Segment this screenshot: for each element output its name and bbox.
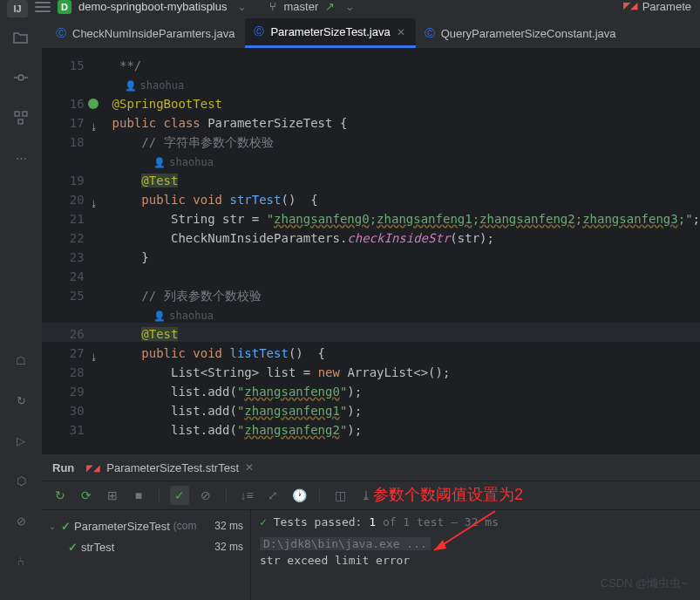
close-icon[interactable]: ✕ [245,461,254,474]
tab-parametersize[interactable]: Ⓒ ParameterSizeTest.java ✕ [245,18,415,48]
output-command: D:\jdk8\bin\java.exe ... [260,537,431,550]
tab-checknum[interactable]: Ⓒ CheckNumInsideParamters.java [47,18,245,48]
run-tool-window: Run ◤◢ ParameterSizeTest.strTest ✕ ↻ ⟳ ⊞… [42,453,700,600]
sort-button[interactable]: ↓≡ [237,486,256,505]
problems-icon[interactable]: ⊘ [13,513,29,528]
config-icon: ◤◢ [623,0,637,11]
chevron-down-icon[interactable]: ⌄ [49,522,58,531]
test-tree[interactable]: ⌄ ✓ ParameterSizeTest (com 32 ms ✓ strTe… [42,510,251,600]
config-icon: ◤◢ [86,463,100,473]
stop-button[interactable]: ■ [129,486,148,505]
svg-point-0 [18,75,24,80]
refresh-icon[interactable]: ↻ [13,392,29,408]
tab-queryparam[interactable]: Ⓒ QueryParameterSizeConstant.java [416,18,627,48]
show-ignored-button[interactable]: ⊘ [196,486,215,505]
expand-all-button[interactable]: ⤢ [263,486,282,505]
debug-icon[interactable]: ⬡ [13,473,29,488]
svg-rect-3 [15,112,19,116]
run-config-tab[interactable]: ◤◢ ParameterSizeTest.strTest ✕ [86,461,254,474]
commit-icon[interactable] [13,70,29,85]
test-root-row[interactable]: ⌄ ✓ ParameterSizeTest (com 32 ms [49,515,243,536]
ide-logo-icon: IJ [7,0,28,17]
test-summary: ✓ Tests passed: 1 of 1 test – 32 ms [260,515,691,528]
project-name[interactable]: demo-springboot-mybatisplus [78,0,228,13]
branch-icon[interactable]: ⑂ [269,0,276,13]
java-class-icon: Ⓒ [56,26,66,41]
editor-tabs: Ⓒ CheckNumInsideParamters.java Ⓒ Paramet… [42,17,700,49]
test-child-row[interactable]: ✓ strTest 32 ms [49,536,243,557]
project-folder-icon[interactable] [13,30,29,45]
pass-tick-icon: ✓ [61,520,71,533]
history-button[interactable]: 🕐 [289,486,309,505]
toggle-autotest-button[interactable]: ⊞ [103,486,122,505]
svg-rect-5 [18,119,23,124]
output-error: str exceed limit error [260,554,691,567]
left-tool-strip: ⋯ ☖ ↻ ▷ ⬡ ⊘ ⑃ [0,17,42,600]
show-passed-button[interactable]: ✓ [170,486,189,505]
run-play-icon[interactable]: ▷ [13,433,29,448]
chevron-down-icon[interactable]: ⌄ [345,0,355,13]
code-lines[interactable]: **/👤shaohua@SpringBootTestpublic class P… [100,49,700,453]
pass-tick-icon: ✓ [68,541,78,554]
chevron-down-icon[interactable]: ⌄ [237,0,247,13]
gutter[interactable]: 151617⭳181920⭳21222324252627⭳28293031 [42,49,100,453]
svg-rect-4 [23,112,27,116]
screenshot-button[interactable]: ◫ [330,486,350,505]
push-arrow-icon[interactable]: ↗ [325,0,335,13]
java-class-icon: Ⓒ [254,24,264,39]
more-icon[interactable]: ⋯ [13,150,29,166]
structure-icon[interactable] [13,110,29,126]
run-title: Run [52,461,74,474]
rerun-button[interactable]: ↻ [51,486,70,505]
close-icon[interactable]: ✕ [397,26,405,38]
rerun-failed-button[interactable]: ⟳ [77,486,96,505]
branch-name[interactable]: master [283,0,318,13]
main-menu-icon[interactable] [35,0,51,14]
bookmarks-icon[interactable]: ☖ [13,352,29,368]
java-class-icon: Ⓒ [425,26,435,41]
git-icon[interactable]: ⑃ [13,553,29,569]
annotation-label: 参数个数阈值设置为2 [373,484,523,505]
run-toolbar: ↻ ⟳ ⊞ ■ ✓ ⊘ ↓≡ ⤢ 🕐 ◫ ⤓ ⤒ ⋮ [42,481,700,510]
code-editor[interactable]: 151617⭳181920⭳21222324252627⭳28293031 **… [42,49,700,453]
run-config[interactable]: ◤◢ Paramete [623,0,700,13]
top-bar: IJ D demo-springboot-mybatisplus ⌄ ⑂ mas… [0,0,700,17]
watermark: CSDN @懒虫虫~ [601,576,688,591]
project-badge: D [58,0,71,14]
